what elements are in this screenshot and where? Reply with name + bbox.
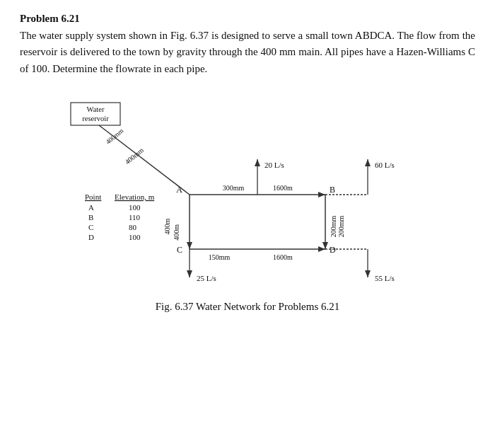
svg-marker-37 — [365, 270, 371, 277]
diagram-svg-wrap: Water reservoir 400mm — [64, 90, 431, 295]
svg-text:200mm: 200mm — [337, 215, 345, 237]
svg-text:20 L/s: 20 L/s — [264, 161, 284, 169]
svg-text:80: 80 — [129, 223, 137, 231]
svg-text:C: C — [177, 245, 182, 255]
svg-marker-12 — [318, 246, 325, 252]
svg-marker-10 — [322, 242, 328, 249]
svg-text:110: 110 — [129, 213, 141, 222]
network-diagram: Water reservoir 400mm — [64, 90, 431, 295]
svg-text:A: A — [88, 203, 94, 212]
svg-text:1600m: 1600m — [273, 253, 293, 261]
svg-text:60 L/s: 60 L/s — [375, 161, 395, 169]
svg-text:1600m: 1600m — [273, 184, 293, 192]
svg-text:Elevation, m: Elevation, m — [115, 193, 155, 201]
svg-text:400m: 400m — [173, 224, 180, 241]
svg-text:A: A — [176, 185, 182, 195]
svg-text:Point: Point — [85, 193, 101, 201]
svg-text:150mm: 150mm — [209, 253, 231, 261]
svg-text:Water: Water — [87, 105, 105, 113]
svg-text:55 L/s: 55 L/s — [375, 274, 395, 282]
svg-marker-30 — [365, 159, 371, 166]
problem-title: Problem 6.21 — [20, 13, 475, 25]
svg-text:400m: 400m — [163, 218, 171, 234]
svg-marker-6 — [318, 192, 325, 197]
svg-text:300mm: 300mm — [223, 184, 245, 192]
svg-text:C: C — [88, 223, 93, 231]
svg-marker-27 — [255, 159, 260, 166]
problem-text: The water supply system shown in Fig. 6.… — [20, 28, 475, 77]
svg-text:B: B — [88, 213, 93, 222]
svg-text:D: D — [88, 233, 94, 241]
svg-marker-34 — [187, 270, 192, 277]
svg-text:100: 100 — [129, 203, 141, 212]
fig-caption: Fig. 6.37 Water Network for Problems 6.2… — [156, 301, 340, 313]
svg-marker-8 — [187, 242, 192, 249]
diagram-area: Water reservoir 400mm — [20, 90, 475, 313]
svg-text:100: 100 — [129, 233, 141, 241]
svg-text:200mm: 200mm — [330, 215, 337, 237]
svg-text:D: D — [330, 245, 336, 255]
svg-text:reservoir: reservoir — [82, 115, 109, 122]
svg-text:25 L/s: 25 L/s — [197, 274, 216, 282]
svg-text:400mm: 400mm — [124, 146, 146, 166]
svg-text:B: B — [330, 185, 335, 195]
